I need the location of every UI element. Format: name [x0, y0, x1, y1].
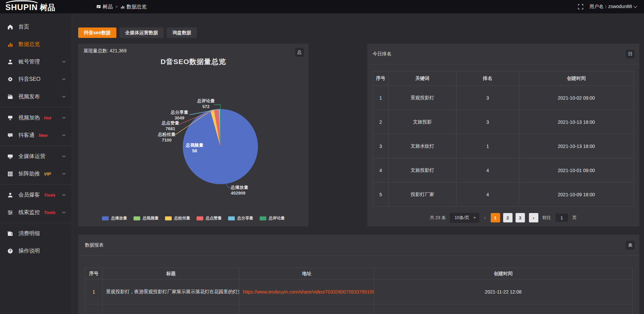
breadcrumb: 树品 > 数据总览	[96, 4, 147, 10]
pie-label-name: 总粉丝量	[150, 132, 183, 137]
chevron-down-icon	[62, 96, 66, 98]
billboard-icon	[7, 115, 13, 121]
table-row: 4文旅投影灯42021-10-01 09:00	[373, 158, 634, 182]
legend-item-3[interactable]: 总点赞量	[197, 215, 222, 221]
clapper-icon	[7, 94, 13, 100]
top-header: SHUPIN 树品 树品 > 数据总览 用户名：zswodun88	[0, 0, 644, 13]
home-icon	[7, 24, 13, 30]
tab-0[interactable]: 抖音seo数据	[78, 28, 116, 38]
sidebar-item-douketong[interactable]: 抖客通New	[0, 126, 72, 144]
table-cell: 2021-10-13 18:00	[519, 134, 634, 158]
legend-label: 总点赞量	[206, 215, 222, 221]
report-card-title: 数据报表	[85, 242, 104, 248]
legend-item-2[interactable]: 总粉丝量	[165, 215, 190, 221]
report-table-button[interactable]: 表	[626, 241, 635, 250]
legend-item-0[interactable]: 总播放量	[102, 215, 127, 221]
tab-2[interactable]: 询盘数据	[167, 28, 197, 38]
ranking-table: 序号关键词排名创建时间 1景观投影灯32021-10-02 09:002文旅投影…	[373, 71, 634, 207]
page-buttons: 123	[491, 213, 525, 222]
pie-label-5: 总评论量572	[189, 98, 223, 109]
table-row: 2文旅投影32021-10-13 18:00	[373, 110, 634, 134]
sidebar-item-member-baoke[interactable]: 会员爆客Tools	[0, 186, 72, 204]
goto-suffix: 页	[573, 215, 577, 221]
table-cell: 4	[373, 158, 389, 182]
fullscreen-icon[interactable]	[578, 4, 583, 9]
table-row: 1景观投影灯32021-10-02 09:00	[373, 86, 634, 110]
page-button-3[interactable]: 3	[516, 213, 525, 222]
sidebar-item-label: 矩阵助推	[18, 170, 40, 177]
logo-text-cn: 树品	[40, 1, 55, 13]
page-size-select[interactable]: 10条/页	[450, 213, 479, 223]
legend-swatch	[165, 216, 172, 220]
report-title: 景观投影灯，夜游景观投影灯厂家展示展示落花灯在花园里的灯光投影应用效果 #	[103, 279, 239, 304]
sidebar-badge: Tools	[44, 193, 55, 198]
sidebar-item-label: 抖音SEO	[18, 76, 41, 83]
data-tabs: 抖音seo数据全媒体运营数据询盘数据	[78, 28, 639, 38]
table-cell: 2021-10-13 18:00	[519, 110, 634, 134]
sidebar-item-account[interactable]: 账号管理	[0, 53, 72, 70]
table-row: 1景观投影灯，夜游景观投影灯厂家展示展示落花灯在花园里的灯光投影应用效果 #ht…	[85, 279, 633, 304]
user-menu[interactable]: 用户名：zswodun88	[589, 4, 637, 10]
report-col-header: 序号	[85, 268, 103, 279]
prev-page-button[interactable]: ‹	[483, 215, 486, 221]
breadcrumb-page[interactable]: 数据总览	[120, 4, 147, 10]
sidebar: 首页数据总览账号管理抖音SEO视频发布视频加热Hot抖客通New全媒体运营矩阵助…	[0, 13, 72, 314]
table-cell: 5	[373, 182, 389, 207]
ranking-col-header: 关键词	[388, 71, 456, 86]
tab-1[interactable]: 全媒体运营数据	[119, 28, 164, 38]
breadcrumb-separator: >	[115, 4, 118, 9]
bar-chart-icon	[7, 42, 13, 47]
pie-label-value: 7100	[150, 137, 183, 143]
sidebar-item-label: 操作说明	[18, 248, 40, 255]
sidebar-item-douyin-seo[interactable]: 抖音SEO	[0, 70, 72, 88]
pie-label-value: 7681	[154, 126, 187, 132]
pie-chart	[78, 44, 309, 226]
pie-label-value: 402909	[231, 190, 264, 196]
breadcrumb-app-label: 树品	[103, 4, 113, 10]
legend-item-1[interactable]: 总视频量	[133, 215, 159, 221]
sidebar-item-label: 抖客通	[18, 132, 35, 139]
table-row	[85, 304, 633, 314]
pie-label-name: 总播放量	[231, 185, 264, 190]
sidebar-item-home[interactable]: 首页	[0, 18, 72, 36]
sidebar-item-label: 账号管理	[18, 58, 40, 65]
pie-label-name: 总点赞量	[154, 120, 187, 126]
sidebar-item-matrix-boost[interactable]: 矩阵助推VIP	[0, 165, 72, 182]
legend-swatch	[133, 216, 140, 220]
sidebar-item-label: 数据总览	[18, 41, 40, 48]
page-button-1[interactable]: 1	[491, 213, 500, 222]
ranking-day-button[interactable]: 日	[626, 50, 635, 58]
ranking-col-header: 排名	[456, 71, 519, 86]
chart-card: 展现量总数: 421,369 总 D音SEO数据量总览 总播放量402909总视…	[78, 44, 309, 226]
breadcrumb-app[interactable]: 树品	[96, 4, 113, 10]
sidebar-item-help[interactable]: ?操作说明	[0, 242, 72, 260]
pagination: 共 23 条 10条/页 ‹ 123 › 前往 页	[367, 213, 639, 223]
report-url-link[interactable]: https://www.iesdouyin.com/share/video/70…	[243, 289, 374, 295]
main-content: 抖音seo数据全媒体运营数据询盘数据 展现量总数: 421,369 总 D音SE…	[72, 13, 644, 314]
sidebar-divider	[0, 184, 72, 185]
help-icon: ?	[7, 248, 13, 254]
sidebar-item-consume-detail[interactable]: 消费明细	[0, 225, 72, 242]
legend-item-5[interactable]: 总评论量	[260, 215, 285, 221]
sidebar-divider	[0, 223, 72, 223]
sidebar-badge: VIP	[44, 171, 51, 176]
grid-icon	[7, 171, 13, 177]
pie-label-2: 总粉丝量7100	[150, 132, 183, 143]
pie-label-value: 58	[178, 148, 211, 154]
next-page-button[interactable]: ›	[529, 213, 538, 222]
sliders-icon	[7, 210, 13, 215]
sidebar-item-clue-monitor[interactable]: 线索监控Tools	[0, 204, 72, 221]
ranking-col-header: 创建时间	[519, 71, 634, 86]
legend-label: 总粉丝量	[174, 215, 190, 221]
legend-label: 总评论量	[269, 215, 285, 221]
sidebar-item-data-overview[interactable]: 数据总览	[0, 36, 72, 53]
page-button-2[interactable]: 2	[503, 213, 513, 222]
goto-page-input[interactable]	[555, 213, 569, 222]
legend-item-4[interactable]: 总分享量	[228, 215, 253, 221]
legend-label: 总分享量	[237, 215, 253, 221]
breadcrumb-page-label: 数据总览	[126, 4, 147, 10]
sidebar-item-media-operation[interactable]: 全媒体运营	[0, 148, 72, 165]
sidebar-item-label: 消费明细	[18, 230, 40, 237]
sidebar-item-video-heat[interactable]: 视频加热Hot	[0, 109, 72, 126]
sidebar-item-video-publish[interactable]: 视频发布	[0, 88, 72, 105]
